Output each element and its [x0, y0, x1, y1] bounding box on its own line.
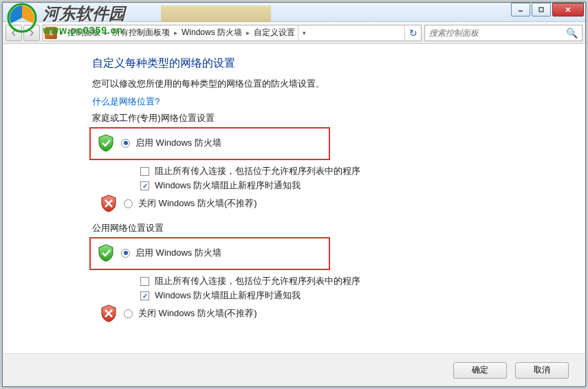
radio-disable-public[interactable]: [124, 309, 133, 318]
block-label: 阻止所有传入连接，包括位于允许程序列表中的程序: [155, 165, 360, 177]
notify-label: Windows 防火墙阻止新程序时通知我: [155, 179, 301, 192]
radio-enable-public[interactable]: [121, 249, 130, 258]
footer: 确定 取消: [3, 353, 585, 386]
breadcrumb-seg[interactable]: 自定义设置: [251, 27, 298, 38]
nav-back-button[interactable]: [6, 25, 22, 41]
checkbox-notify-public[interactable]: ✓: [140, 291, 149, 300]
checkbox-block-public[interactable]: [140, 277, 149, 286]
block-label: 阻止所有传入连接，包括位于允许程序列表中的程序: [155, 275, 360, 287]
breadcrumb[interactable]: ⚙ ▸ 控制面板 ▸ 所有控制面板项 ▸ Windows 防火墙 ▸ 自定义设置…: [43, 25, 422, 41]
refresh-button[interactable]: ↻: [404, 25, 421, 41]
private-section-label: 家庭或工作(专用)网络位置设置: [92, 112, 585, 124]
breadcrumb-seg[interactable]: Windows 防火墙: [179, 27, 245, 38]
shield-on-icon: [96, 243, 116, 263]
page-description: 您可以修改您所使用的每种类型的网络位置的防火墙设置。: [92, 78, 585, 90]
window: ⚙ ▸ 控制面板 ▸ 所有控制面板项 ▸ Windows 防火墙 ▸ 自定义设置…: [2, 2, 586, 387]
radio-disable-private[interactable]: [124, 199, 133, 208]
shield-off-icon: [99, 304, 118, 323]
disable-label: 关闭 Windows 防火墙(不推荐): [138, 197, 257, 210]
enable-label: 启用 Windows 防火墙: [135, 137, 221, 149]
content-area: 自定义每种类型的网络的设置 您可以修改您所使用的每种类型的网络位置的防火墙设置。…: [3, 44, 585, 323]
highlight-box-public: 启用 Windows 防火墙: [89, 237, 330, 270]
checkbox-notify-private[interactable]: ✓: [140, 181, 149, 190]
search-icon[interactable]: 🔍: [566, 27, 578, 38]
minimize-button[interactable]: [511, 3, 530, 16]
ok-button[interactable]: 确定: [453, 362, 507, 379]
chevron-right-icon: ▸: [58, 29, 65, 36]
breadcrumb-dropdown[interactable]: ▾: [298, 25, 310, 41]
network-location-link[interactable]: 什么是网络位置?: [92, 96, 585, 108]
notify-label: Windows 防火墙阻止新程序时通知我: [155, 289, 301, 302]
shield-on-icon: [96, 133, 116, 153]
enable-label: 启用 Windows 防火墙: [135, 247, 221, 259]
shield-off-icon: [99, 194, 118, 213]
chevron-right-icon: ▸: [173, 29, 179, 36]
search-box[interactable]: 🔍: [424, 25, 582, 41]
chevron-right-icon: ▸: [103, 29, 109, 36]
disable-label: 关闭 Windows 防火墙(不推荐): [138, 307, 257, 320]
search-input[interactable]: [429, 28, 566, 38]
address-bar: ⚙ ▸ 控制面板 ▸ 所有控制面板项 ▸ Windows 防火墙 ▸ 自定义设置…: [3, 22, 585, 44]
control-panel-icon: ⚙: [45, 27, 57, 39]
radio-enable-private[interactable]: [121, 139, 130, 148]
titlebar: [3, 3, 585, 22]
cancel-button[interactable]: 取消: [515, 362, 569, 379]
checkbox-block-private[interactable]: [140, 167, 149, 176]
breadcrumb-seg[interactable]: 控制面板: [65, 27, 103, 38]
maximize-button[interactable]: [532, 3, 551, 16]
titlebar-decoration: [161, 5, 271, 22]
breadcrumb-seg[interactable]: 所有控制面板项: [109, 27, 173, 38]
chevron-right-icon: ▸: [245, 29, 251, 36]
window-controls: [510, 3, 584, 16]
page-title: 自定义每种类型的网络的设置: [92, 56, 585, 71]
svg-rect-2: [539, 8, 543, 12]
public-section-label: 公用网络位置设置: [92, 222, 585, 234]
highlight-box-private: 启用 Windows 防火墙: [89, 127, 330, 160]
nav-forward-button[interactable]: [23, 25, 40, 41]
close-button[interactable]: [552, 3, 584, 16]
